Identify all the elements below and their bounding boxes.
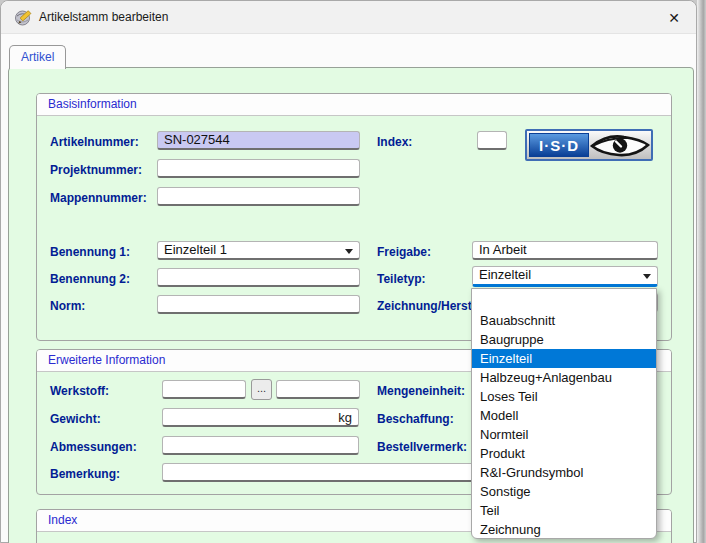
zeichnung-herst-label: Zeichnung/Herst.: [377,297,479,316]
projektnummer-field[interactable] [157,159,360,178]
group-title: Basisinformation [37,94,671,116]
projektnummer-label: Projektnummer: [50,161,142,180]
norm-field[interactable] [157,295,360,314]
background-edge-strip [697,0,706,543]
beschaffung-label: Beschaffung: [377,410,454,429]
dropdown-option[interactable]: Bauabschnitt [472,311,656,330]
werkstoff-field-1[interactable] [162,380,246,399]
dropdown-option[interactable]: Teil [472,501,656,520]
bemerkung-label: Bemerkung: [50,465,120,484]
tab-artikel[interactable]: Artikel [9,45,66,69]
werkstoff-label: Werkstoff: [50,382,109,401]
dropdown-option[interactable]: Baugruppe [472,330,656,349]
dropdown-option[interactable]: Einzelteil [472,349,656,368]
mappennummer-label: Mappennummer: [50,189,147,208]
mappennummer-field[interactable] [157,187,360,206]
titlebar: Artikelstamm bearbeiten ✕ [1,1,696,34]
isd-logo: I·S·D [525,129,653,161]
dialog-window: Artikelstamm bearbeiten ✕ Artikel Basisi… [0,0,697,543]
isd-eye-icon [589,131,651,159]
benennung1-combobox[interactable]: Einzelteil 1 [157,241,360,260]
chevron-down-icon[interactable] [643,274,651,279]
abmessungen-label: Abmessungen: [50,438,137,457]
freigabe-label: Freigabe: [377,243,431,262]
teiletyp-dropdown[interactable]: BauabschnittBaugruppeEinzelteilHalbzeug+… [471,288,657,539]
screen: Artikelstamm bearbeiten ✕ Artikel Basisi… [0,0,706,543]
edit-gear-icon [14,8,33,27]
artikelnummer-field[interactable]: SN-027544 [157,131,360,150]
freigabe-field[interactable]: In Arbeit [472,241,658,260]
benennung1-value: Einzelteil 1 [164,242,227,257]
werkstoff-field-2[interactable] [276,380,360,399]
abmessungen-field[interactable] [162,436,359,455]
index-field[interactable] [477,131,507,150]
benennung2-label: Benennung 2: [50,270,130,289]
dropdown-option[interactable]: Produkt [472,444,656,463]
mengeneinheit-label: Mengeneinheit: [377,382,465,401]
dropdown-option[interactable]: Normteil [472,425,656,444]
index-label: Index: [377,133,412,152]
close-icon[interactable]: ✕ [664,8,684,28]
benennung2-field[interactable] [157,268,360,287]
dropdown-option[interactable]: Sonstige [472,482,656,501]
isd-logo-text: I·S·D [529,133,589,157]
dropdown-option[interactable]: Halbzeug+Anlagenbau [472,368,656,387]
dropdown-option[interactable]: Loses Teil [472,387,656,406]
dropdown-option[interactable]: Modell [472,406,656,425]
bestellvermerk-label: Bestellvermerk: [377,438,467,457]
teiletyp-combobox[interactable]: Einzelteil [472,266,658,287]
dropdown-option[interactable]: Zeichnung [472,520,656,539]
gewicht-label: Gewicht: [50,410,101,429]
artikelnummer-label: Artikelnummer: [50,133,139,152]
werkstoff-browse-button[interactable]: ... [251,379,272,400]
benennung1-label: Benennung 1: [50,243,130,262]
dropdown-option[interactable] [472,290,656,311]
gewicht-unit: kg [338,410,352,426]
dropdown-option[interactable]: R&I-Grundsymbol [472,463,656,482]
teiletyp-label: Teiletyp: [377,270,425,289]
gewicht-field[interactable]: kg [162,408,359,427]
chevron-down-icon[interactable] [345,249,353,254]
norm-label: Norm: [50,297,85,316]
teiletyp-value: Einzelteil [479,267,531,282]
window-title: Artikelstamm bearbeiten [39,10,168,24]
